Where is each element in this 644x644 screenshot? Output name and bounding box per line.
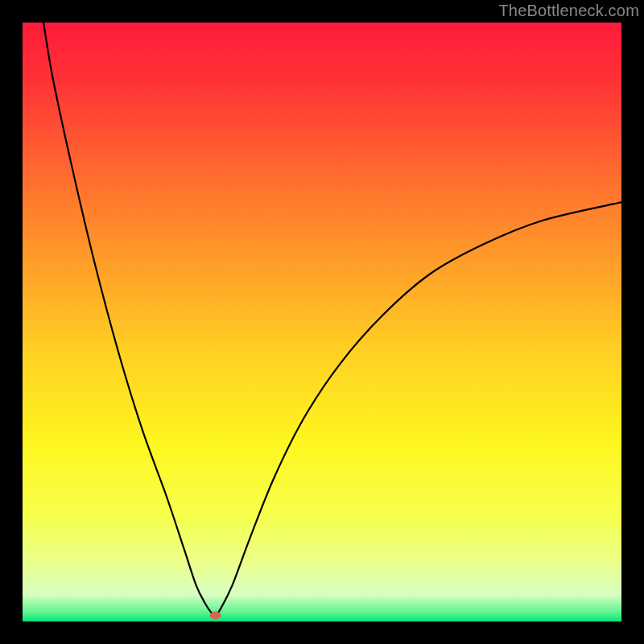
plot-svg: [23, 23, 621, 621]
gradient-background: [23, 23, 621, 621]
watermark-label: TheBottleneck.com: [498, 2, 639, 20]
chart-frame: TheBottleneck.com: [0, 0, 644, 644]
plot-area: [23, 23, 621, 621]
optimum-marker: [210, 612, 221, 620]
